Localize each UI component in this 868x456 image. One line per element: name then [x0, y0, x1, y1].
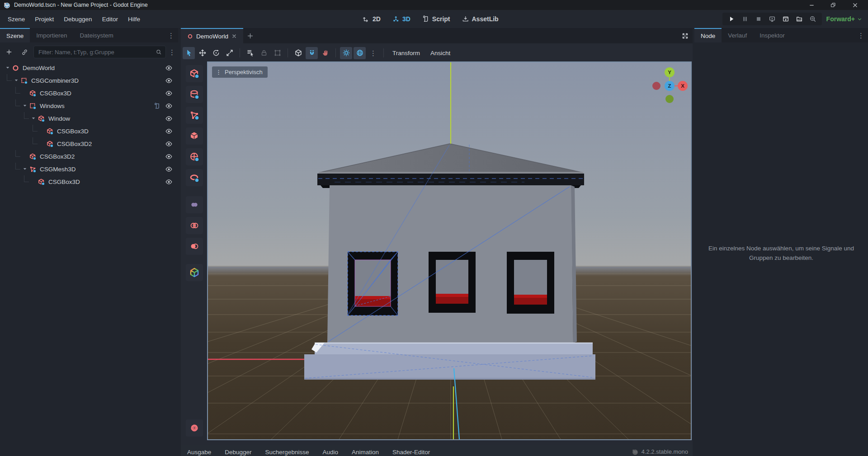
- renderer-profile-button[interactable]: Forward+: [826, 15, 863, 23]
- right-tabbar-options-button[interactable]: ⋮: [858, 32, 868, 42]
- minimize-button[interactable]: [806, 1, 817, 9]
- move-tool-button[interactable]: [196, 47, 208, 59]
- menu-projekt[interactable]: Projekt: [30, 13, 59, 25]
- scene-tab-demoworld[interactable]: DemoWorld: [181, 28, 243, 43]
- collapse-chevron-icon[interactable]: [13, 77, 19, 84]
- tab-node[interactable]: Node: [694, 28, 722, 42]
- new-scene-tab-button[interactable]: [243, 28, 257, 43]
- local-space-button[interactable]: [292, 47, 304, 59]
- tree-row-windows[interactable]: Windows: [2, 99, 176, 112]
- gizmo-x[interactable]: X: [678, 81, 688, 91]
- menu-szene[interactable]: Szene: [3, 13, 30, 25]
- sun-env-options-button[interactable]: ⋮: [367, 47, 379, 59]
- play-button[interactable]: [726, 14, 737, 24]
- bottom-shader-editor[interactable]: Shader-Editor: [392, 449, 430, 456]
- menu-hilfe[interactable]: Hilfe: [123, 13, 145, 25]
- tree-row-window[interactable]: Window: [2, 112, 176, 125]
- view-mode-button[interactable]: ⋮ Perspektivisch: [212, 66, 268, 78]
- scene-filter-input[interactable]: [38, 48, 153, 56]
- lock-button[interactable]: [258, 47, 270, 59]
- tab-dateisystem[interactable]: Dateisystem: [74, 28, 120, 42]
- play-scene-button[interactable]: [780, 14, 791, 24]
- csg-subtraction-op[interactable]: [186, 238, 203, 255]
- select-tool-button[interactable]: [183, 47, 195, 59]
- play-custom-scene-button[interactable]: [794, 14, 805, 24]
- script-badge-icon[interactable]: [154, 103, 160, 109]
- collapse-chevron-icon[interactable]: [22, 103, 28, 109]
- collapse-chevron-icon[interactable]: [22, 166, 28, 172]
- collapse-chevron-icon[interactable]: [30, 115, 37, 122]
- visibility-eye-icon[interactable]: [165, 153, 173, 160]
- settings-gear[interactable]: [186, 419, 203, 437]
- bottom-animation[interactable]: Animation: [352, 449, 379, 456]
- gizmo-y[interactable]: Y: [665, 67, 675, 77]
- expand-viewport-button[interactable]: [677, 28, 693, 43]
- tree-row-csgbox3d2[interactable]: CSGBox3D2: [2, 137, 176, 150]
- csg-polygon-tool[interactable]: [186, 127, 203, 145]
- visibility-eye-icon[interactable]: [165, 140, 173, 148]
- workspace-3d[interactable]: 3D: [390, 14, 413, 24]
- tree-row-csgbox3d[interactable]: CSGBox3D: [2, 125, 176, 137]
- gridmap-tool[interactable]: [186, 264, 203, 281]
- close-tab-icon[interactable]: [231, 33, 237, 39]
- workspace-assetlib[interactable]: AssetLib: [459, 14, 501, 24]
- csg-box-tool[interactable]: [186, 65, 203, 82]
- workspace-2d[interactable]: 2D: [360, 14, 383, 24]
- csg-torus-tool[interactable]: [186, 169, 203, 186]
- sun-preview-button[interactable]: [340, 47, 352, 59]
- gizmo-z[interactable]: Z: [665, 81, 675, 91]
- scene-tree-options-button[interactable]: ⋮: [169, 49, 175, 56]
- menu-debuggen[interactable]: Debuggen: [59, 13, 97, 25]
- gizmo-neg-y[interactable]: [665, 95, 674, 103]
- gizmo-neg-x[interactable]: [652, 82, 660, 90]
- pause-button[interactable]: [740, 14, 750, 24]
- tree-row-demoworld[interactable]: DemoWorld: [2, 61, 176, 74]
- movie-maker-button[interactable]: [807, 14, 818, 24]
- tree-row-csgmesh3d[interactable]: CSGMesh3D: [2, 163, 176, 175]
- tree-row-csgcombiner3d[interactable]: CSGCombiner3D: [2, 74, 176, 87]
- csg-cylinder-tool[interactable]: [186, 86, 203, 103]
- left-tabbar-options-button[interactable]: ⋮: [168, 32, 178, 42]
- tab-inspektor[interactable]: Inspektor: [753, 28, 791, 42]
- viewport-3d[interactable]: ⋮ Perspektivisch Y X Z: [207, 61, 692, 440]
- visibility-eye-icon[interactable]: [165, 165, 173, 173]
- instantiate-scene-button[interactable]: [18, 46, 31, 58]
- visibility-eye-icon[interactable]: [165, 77, 173, 85]
- tab-szene[interactable]: Szene: [0, 28, 30, 42]
- csg-mesh-tool[interactable]: [186, 107, 203, 124]
- tab-verlauf[interactable]: Verlauf: [722, 28, 753, 42]
- visibility-eye-icon[interactable]: [165, 115, 173, 122]
- bottom-debugger[interactable]: Debugger: [225, 449, 251, 456]
- scale-tool-button[interactable]: [223, 47, 236, 59]
- stop-button[interactable]: [753, 14, 764, 24]
- visibility-eye-icon[interactable]: [165, 64, 173, 72]
- visibility-eye-icon[interactable]: [165, 178, 173, 186]
- ansicht-menu[interactable]: Ansicht: [426, 47, 455, 59]
- remote-debug-button[interactable]: [767, 14, 778, 24]
- workspace-script[interactable]: Script: [420, 14, 453, 24]
- environment-preview-button[interactable]: [354, 47, 366, 59]
- tab-importieren[interactable]: Importieren: [30, 28, 73, 42]
- bottom-suchergebnisse[interactable]: Suchergebnisse: [265, 449, 309, 456]
- close-button[interactable]: [849, 1, 861, 9]
- tree-row-csgbox3d[interactable]: CSGBox3D: [2, 175, 176, 188]
- bottom-audio[interactable]: Audio: [322, 449, 338, 456]
- list-select-button[interactable]: [244, 47, 256, 59]
- visibility-eye-icon[interactable]: [165, 127, 173, 135]
- collapse-chevron-icon[interactable]: [5, 65, 11, 71]
- group-button[interactable]: [271, 47, 283, 59]
- add-node-button[interactable]: [3, 46, 15, 58]
- override-camera-button[interactable]: [319, 47, 331, 59]
- restore-button[interactable]: [827, 1, 839, 9]
- visibility-eye-icon[interactable]: [165, 89, 173, 97]
- menu-editor[interactable]: Editor: [97, 13, 123, 25]
- bottom-ausgabe[interactable]: Ausgabe: [187, 449, 211, 456]
- tree-row-csgbox3d[interactable]: CSGBox3D: [2, 87, 176, 99]
- visibility-eye-icon[interactable]: [165, 102, 173, 110]
- tree-row-csgbox3d2[interactable]: CSGBox3D2: [2, 150, 176, 163]
- rotate-tool-button[interactable]: [210, 47, 222, 59]
- transform-menu[interactable]: Transform: [388, 47, 425, 59]
- csg-intersection-op[interactable]: [186, 217, 203, 234]
- csg-sphere-tool[interactable]: [186, 148, 203, 165]
- csg-union-op[interactable]: [186, 196, 203, 213]
